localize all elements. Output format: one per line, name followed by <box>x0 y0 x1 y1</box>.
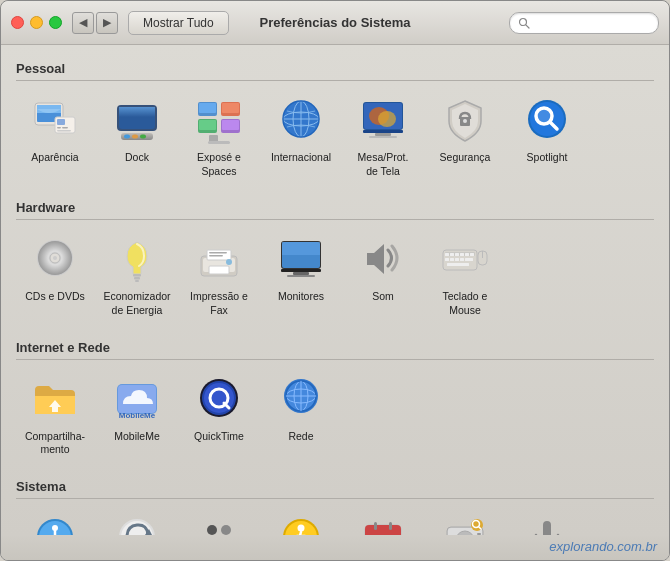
item-cds[interactable]: CDs e DVDs <box>16 228 94 323</box>
mesa-label: Mesa/Prot.de Tela <box>358 151 409 178</box>
expose-label: Exposé eSpaces <box>197 151 241 178</box>
svg-rect-53 <box>135 280 139 282</box>
svg-rect-71 <box>455 253 459 256</box>
quicktime-label: QuickTime <box>194 430 244 444</box>
show-all-button[interactable]: Mostrar Tudo <box>128 11 229 35</box>
item-spotlight[interactable]: Spotlight <box>508 89 586 184</box>
item-mesa[interactable]: Mesa/Prot.de Tela <box>344 89 422 184</box>
item-economizador[interactable]: Economizadorde Energia <box>98 228 176 323</box>
acesso-icon <box>29 513 81 535</box>
item-monitores[interactable]: Monitores <box>262 228 340 323</box>
item-fala[interactable]: Fala <box>508 507 586 535</box>
hardware-grid: CDs e DVDs Economizadorde Energia <box>16 228 654 323</box>
impressao-label: Impressão eFax <box>190 290 248 317</box>
svg-rect-59 <box>209 266 229 274</box>
svg-rect-52 <box>134 277 140 280</box>
svg-text:MobileMe: MobileMe <box>119 411 156 420</box>
seguranca-icon <box>439 95 491 147</box>
svg-rect-15 <box>132 135 138 139</box>
som-icon <box>357 234 409 286</box>
item-impressao[interactable]: Impressão eFax <box>180 228 258 323</box>
atualizacao-icon <box>111 513 163 535</box>
dock-icon <box>111 95 163 147</box>
svg-rect-74 <box>470 253 474 256</box>
quicktime-icon <box>193 374 245 426</box>
svg-rect-14 <box>124 135 130 139</box>
item-internacional[interactable]: Internacional <box>262 89 340 184</box>
back-button[interactable]: ◀ <box>72 12 94 34</box>
svg-rect-115 <box>389 522 392 530</box>
maximize-button[interactable] <box>49 16 62 29</box>
internet-grid: Compartilha-mento MobileMe MobileMe <box>16 368 654 463</box>
svg-point-107 <box>221 525 231 535</box>
svg-rect-75 <box>445 258 449 261</box>
item-som[interactable]: Som <box>344 228 422 323</box>
cds-label: CDs e DVDs <box>25 290 85 304</box>
item-rede[interactable]: Rede <box>262 368 340 463</box>
svg-rect-72 <box>460 253 464 256</box>
svg-rect-16 <box>140 135 146 139</box>
main-window: ◀ ▶ Mostrar Tudo Preferências do Sistema… <box>0 0 670 561</box>
svg-point-106 <box>207 525 217 535</box>
watermark: explorando.com.br <box>1 535 669 560</box>
svg-rect-78 <box>460 258 464 261</box>
svg-point-60 <box>226 259 232 265</box>
teclado-label: Teclado eMouse <box>443 290 488 317</box>
svg-rect-51 <box>133 274 141 277</box>
aparencia-label: Aparência <box>31 151 78 165</box>
economizador-label: Economizadorde Energia <box>103 290 170 317</box>
search-box[interactable] <box>509 12 659 34</box>
item-seguranca[interactable]: Segurança <box>426 89 504 184</box>
som-label: Som <box>372 290 394 304</box>
contas-icon <box>193 513 245 535</box>
svg-rect-69 <box>445 253 449 256</box>
economizador-icon <box>111 234 163 286</box>
item-expose[interactable]: Exposé eSpaces <box>180 89 258 184</box>
item-contas[interactable]: Contas <box>180 507 258 535</box>
fala-icon <box>521 513 573 535</box>
expose-icon <box>193 95 245 147</box>
svg-rect-39 <box>369 136 397 138</box>
item-mobileme[interactable]: MobileMe MobileMe <box>98 368 176 463</box>
item-disco[interactable]: Disco deInicialização <box>426 507 504 535</box>
minimize-button[interactable] <box>30 16 43 29</box>
section-header-pessoal: Pessoal <box>16 55 654 81</box>
item-acesso[interactable]: AcessoUniversal <box>16 507 94 535</box>
close-button[interactable] <box>11 16 24 29</box>
item-teclado[interactable]: Teclado eMouse <box>426 228 504 323</box>
dock-label: Dock <box>125 151 149 165</box>
item-quicktime[interactable]: QuickTime <box>180 368 258 463</box>
spotlight-label: Spotlight <box>527 151 568 165</box>
svg-rect-65 <box>293 272 309 275</box>
svg-rect-57 <box>209 252 227 254</box>
section-header-hardware: Hardware <box>16 194 654 220</box>
traffic-lights <box>11 16 62 29</box>
svg-rect-12 <box>119 107 155 117</box>
svg-rect-7 <box>57 127 61 129</box>
spotlight-icon <box>521 95 573 147</box>
svg-rect-132 <box>543 521 551 535</box>
svg-point-36 <box>378 111 396 127</box>
item-controles[interactable]: ControlesParentais <box>262 507 340 535</box>
item-dock[interactable]: Dock <box>98 89 176 184</box>
svg-rect-8 <box>62 127 68 129</box>
svg-rect-37 <box>363 130 403 133</box>
svg-rect-58 <box>209 255 223 257</box>
item-data[interactable]: 18 Data e Hora <box>344 507 422 535</box>
rede-icon <box>275 374 327 426</box>
item-atualizacao[interactable]: Atualizaçãode Software <box>98 507 176 535</box>
svg-rect-70 <box>450 253 454 256</box>
svg-rect-64 <box>281 269 321 272</box>
item-aparencia[interactable]: Aparência <box>16 89 94 184</box>
controles-icon <box>275 513 327 535</box>
mobileme-label: MobileMe <box>114 430 160 444</box>
disco-icon <box>439 513 491 535</box>
forward-button[interactable]: ▶ <box>96 12 118 34</box>
svg-rect-26 <box>208 141 230 144</box>
internacional-icon <box>275 95 327 147</box>
monitores-label: Monitores <box>278 290 324 304</box>
search-input[interactable] <box>534 16 650 30</box>
svg-rect-24 <box>222 120 239 130</box>
svg-rect-38 <box>375 133 391 136</box>
item-compartilhamento[interactable]: Compartilha-mento <box>16 368 94 463</box>
